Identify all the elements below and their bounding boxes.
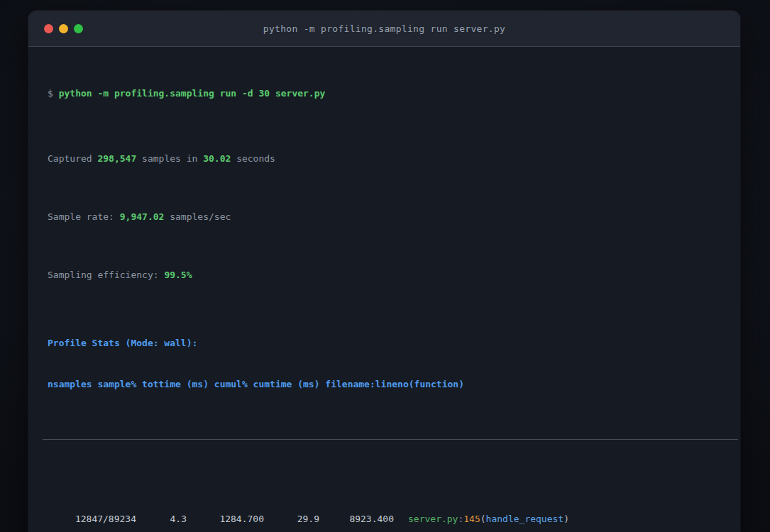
captured-label: Captured bbox=[48, 153, 97, 164]
sample-rate-suffix: samples/sec bbox=[164, 211, 231, 222]
seconds-value: 30.02 bbox=[203, 153, 231, 164]
window-title: python -m profiling.sampling run server.… bbox=[28, 23, 740, 34]
open-paren: ( bbox=[480, 514, 486, 524]
cumtime-cell: 8923.400 bbox=[319, 511, 394, 527]
profile-table: 12847/892344.31284.70029.98923.400server… bbox=[48, 486, 721, 532]
efficiency-label: Sampling efficiency: bbox=[48, 270, 164, 280]
command-line: $ python -m profiling.sampling run -d 30… bbox=[48, 87, 721, 100]
sample-rate-value: 9,947.02 bbox=[120, 211, 165, 222]
function-location: server.py:145(handle_request) bbox=[408, 511, 569, 527]
terminal-titlebar[interactable]: python -m profiling.sampling run server.… bbox=[28, 11, 740, 47]
command-text: python -m profiling.sampling run -d 30 s… bbox=[59, 88, 326, 99]
tottime-cell: 1284.700 bbox=[187, 511, 264, 527]
sample-rate-line: Sample rate: 9,947.02 samples/sec bbox=[48, 211, 721, 223]
profile-stats-title: Profile Stats (Mode: wall): bbox=[48, 337, 721, 350]
efficiency-line: Sampling efficiency: 99.5% bbox=[48, 269, 721, 282]
sample-rate-label: Sample rate: bbox=[48, 211, 120, 222]
prompt-symbol: $ bbox=[48, 88, 59, 99]
lineno-text: 145 bbox=[463, 514, 480, 524]
filename-text: server.py bbox=[408, 514, 458, 524]
nsamples-cell: 12847/89234 bbox=[48, 511, 136, 527]
table-divider bbox=[43, 439, 738, 440]
captured-suffix: seconds bbox=[231, 153, 275, 164]
close-paren: ) bbox=[563, 514, 569, 524]
profile-row: 12847/892344.31284.70029.98923.400server… bbox=[48, 511, 721, 527]
efficiency-value: 99.5% bbox=[164, 270, 192, 280]
terminal-output: $ python -m profiling.sampling run -d 30… bbox=[28, 47, 740, 532]
cumul-pct-cell: 29.9 bbox=[264, 511, 319, 527]
terminal-window: python -m profiling.sampling run server.… bbox=[28, 11, 740, 532]
samples-count: 298,547 bbox=[97, 153, 136, 164]
columns-header: nsamples sample% tottime (ms) cumul% cum… bbox=[48, 378, 721, 391]
function-name: handle_request bbox=[486, 514, 564, 524]
sample-pct-cell: 4.3 bbox=[136, 511, 187, 527]
captured-line: Captured 298,547 samples in 30.02 second… bbox=[48, 153, 721, 165]
captured-mid-label: samples in bbox=[136, 153, 203, 164]
